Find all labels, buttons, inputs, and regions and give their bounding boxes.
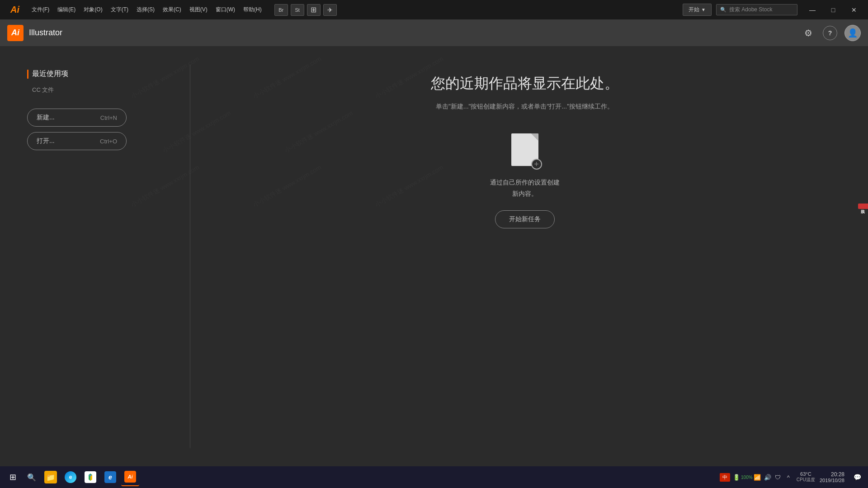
search-icon: 🔍 (720, 7, 726, 13)
clock-time: 20:28 (831, 471, 844, 478)
ime-indicator[interactable]: 中 (720, 473, 730, 482)
menu-help[interactable]: 帮助(H) (240, 4, 265, 15)
taskbar: ⊞ 🔍 📁 e e Ai 中 🔋 100% 📶 🔊 🛡 ^ (0, 466, 868, 488)
maps-icon (85, 471, 96, 483)
action-buttons: 新建... Ctrl+N 打开... Ctrl+O (27, 109, 172, 150)
taskbar-right: 中 🔋 100% 📶 🔊 🛡 ^ 63°C CPU温度 20:28 2019/1… (720, 470, 864, 484)
menu-edit[interactable]: 编辑(E) (54, 4, 79, 15)
search-placeholder: 搜索 Adobe Stock (729, 6, 772, 14)
new-button[interactable]: 新建... Ctrl+N (27, 109, 127, 127)
app-logo-wrap: Ai Illustrator (7, 25, 62, 41)
windows-logo-icon: ⊞ (9, 472, 16, 482)
taskbar-search-button[interactable]: 🔍 (24, 469, 40, 485)
welcome-subtitle: 单击"新建..."按钮创建新内容，或者单击"打开..."按钮继续工作。 (436, 103, 613, 111)
new-button-shortcut: Ctrl+N (100, 114, 117, 121)
illustrator-taskbar-icon: Ai (124, 471, 136, 483)
ime-label: 中 (722, 474, 727, 481)
menu-window[interactable]: 窗口(W) (212, 4, 239, 15)
open-button-label: 打开... (37, 137, 55, 145)
recent-bar-accent (27, 70, 28, 79)
notification-button[interactable]: 💬 (850, 470, 864, 484)
open-button-shortcut: Ctrl+O (100, 138, 117, 145)
welcome-title: 您的近期作品将显示在此处。 (431, 74, 619, 94)
new-button-label: 新建... (37, 114, 55, 122)
cpu-temp-display: 63°C CPU温度 (797, 471, 815, 483)
panel-divider (190, 65, 190, 448)
app-logo-icon: Ai (7, 25, 24, 41)
new-file-icon: + (509, 133, 541, 170)
file-icon-corner (531, 133, 538, 141)
menu-items: 文件(F) 编辑(E) 对象(O) 文字(T) 选择(S) 效果(C) 视图(V… (28, 4, 265, 15)
left-panel: 最近使用项 CC 文件 新建... Ctrl+N 打开... Ctrl+O (27, 65, 172, 448)
cpu-temp-value: 63°C (800, 471, 811, 477)
cc-files-label: CC 文件 (27, 86, 172, 94)
menu-view[interactable]: 视图(V) (186, 4, 211, 15)
window-controls: — □ ✕ (802, 3, 864, 17)
right-panel: 您的近期作品将显示在此处。 单击"新建..."按钮创建新内容，或者单击"打开..… (208, 65, 841, 448)
menu-text[interactable]: 文字(T) (107, 4, 132, 15)
avatar-icon: 👤 (848, 28, 858, 38)
menu-object[interactable]: 对象(O) (80, 4, 106, 15)
file-icon-plus: + (531, 159, 542, 170)
cpu-temp-label: CPU温度 (797, 477, 815, 483)
file-icon-body: + (511, 133, 538, 166)
minimize-button[interactable]: — (802, 3, 823, 17)
titlebar-right: ⚙ ? 👤 (801, 25, 861, 41)
taskbar-illustrator[interactable]: Ai (121, 468, 139, 486)
app-titlebar: Ai Illustrator ⚙ ? 👤 (0, 19, 868, 47)
menu-select[interactable]: 选择(S) (133, 4, 158, 15)
tray-battery-icon[interactable]: 🔋 (732, 473, 741, 482)
ie-icon: e (104, 471, 116, 483)
start-button[interactable]: 开始 ▼ (683, 4, 712, 16)
recent-header: 最近使用项 (27, 69, 172, 79)
toolbar-icons: Br St ⊞ ✈ (274, 4, 337, 16)
close-button[interactable]: ✕ (844, 3, 864, 17)
tray-network-icon[interactable]: 📶 (753, 473, 762, 482)
app-title: Illustrator (29, 28, 62, 38)
ai-logo-top: Ai (4, 0, 26, 19)
system-menubar: Ai 文件(F) 编辑(E) 对象(O) 文字(T) 选择(S) 效果(C) 视… (0, 0, 868, 19)
taskbar-edge[interactable]: e (61, 468, 80, 486)
publish-icon[interactable]: ✈ (323, 4, 337, 16)
new-file-desc: 通过自己所作的设置创建 新内容。 (490, 177, 560, 199)
tray-volume-icon[interactable]: 🔊 (763, 473, 772, 482)
file-explorer-icon: 📁 (44, 471, 57, 483)
notification-icon: 💬 (854, 474, 861, 481)
tray-icons: 🔋 100% 📶 🔊 🛡 ^ (732, 473, 793, 482)
right-edge-bar[interactable]: 加载 (858, 204, 868, 209)
taskbar-maps[interactable] (81, 468, 99, 486)
taskbar-ie[interactable]: e (101, 468, 119, 486)
recent-title: 最近使用项 (32, 69, 68, 79)
settings-button[interactable]: ⚙ (801, 26, 816, 40)
tray-battery-level: 100% (742, 473, 751, 482)
menu-effects[interactable]: 效果(C) (159, 4, 185, 15)
taskbar-search-icon: 🔍 (27, 473, 36, 482)
edge-icon: e (65, 471, 76, 483)
tray-shield-icon[interactable]: 🛡 (774, 473, 783, 482)
menu-file[interactable]: 文件(F) (28, 4, 53, 15)
start-new-task-button[interactable]: 开始新任务 (495, 210, 555, 228)
main-content: 小小软件迷 www.xxrjm.com 小小软件迷 www.xxrjm.com … (0, 47, 868, 466)
tray-chevron-icon[interactable]: ^ (784, 473, 793, 482)
help-button[interactable]: ? (823, 26, 837, 40)
bridge-icon[interactable]: Br (274, 4, 288, 16)
grid-icon[interactable]: ⊞ (307, 4, 321, 16)
clock-area[interactable]: 20:28 2019/10/28 (820, 471, 844, 483)
maximize-button[interactable]: □ (823, 3, 844, 17)
clock-date: 2019/10/28 (820, 478, 844, 483)
avatar-button[interactable]: 👤 (844, 25, 861, 41)
adobe-stock-search[interactable]: 🔍 搜索 Adobe Stock (716, 4, 797, 15)
top-right-controls: 开始 ▼ 🔍 搜索 Adobe Stock (683, 4, 797, 16)
stock-icon[interactable]: St (291, 4, 304, 16)
taskbar-start-button[interactable]: ⊞ (4, 468, 22, 486)
taskbar-file-explorer[interactable]: 📁 (42, 468, 60, 486)
open-button[interactable]: 打开... Ctrl+O (27, 132, 127, 150)
